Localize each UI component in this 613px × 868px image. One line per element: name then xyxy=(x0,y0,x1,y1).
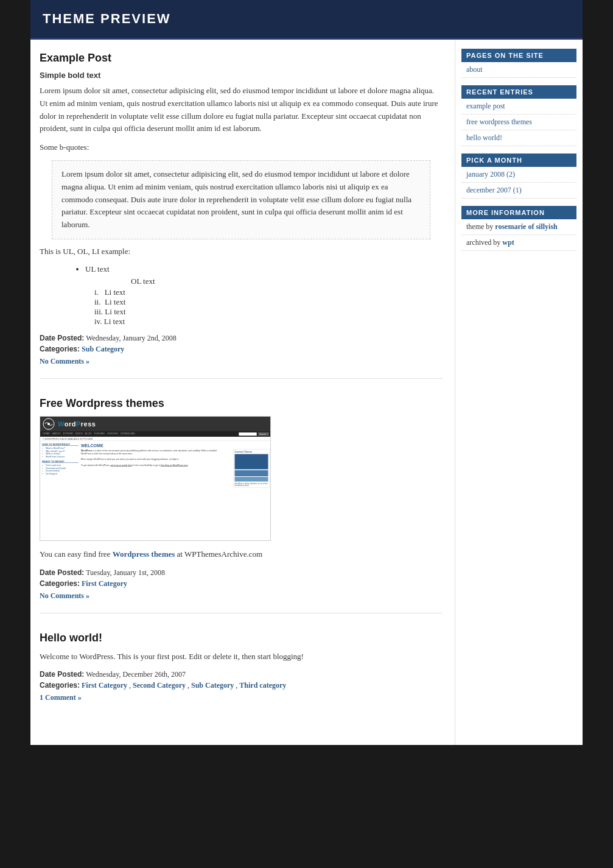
post-categories-1: Categories: Sub Category xyxy=(40,345,443,354)
main-content: Example Post Simple bold text Lorem ipsu… xyxy=(30,40,455,745)
sidebar-link-wpt[interactable]: wpt xyxy=(502,238,514,247)
list-item: iii. Li text xyxy=(94,307,443,317)
sidebar-item-archived-by: archived by wpt xyxy=(461,235,576,251)
post-title-3: Hello world! xyxy=(40,632,443,644)
sidebar-recent-title: RECENT ENTRIES xyxy=(461,85,576,99)
sidebar-link-about[interactable]: about xyxy=(466,65,483,74)
list-item: i. Li text xyxy=(94,288,443,297)
sidebar-link-recent-0[interactable]: example post xyxy=(466,102,505,110)
wp-logo-text: WordPress xyxy=(58,420,96,428)
ul-list: UL text xyxy=(85,264,443,274)
ol-list: OL text xyxy=(131,277,443,286)
post-hello-world: Hello world! Welcome to WordPress. This … xyxy=(40,632,443,715)
wp-nav: HOMEABOUTEXTENDDOCSBLOGFORUMSHOSTINGDOWN… xyxy=(40,431,271,437)
post-body-para2: You can easy find free Wordpress themes … xyxy=(40,548,443,561)
sidebar-link-month-1[interactable]: december 2007 (1) xyxy=(466,186,522,194)
sidebar-link-recent-2[interactable]: hello world! xyxy=(466,133,502,142)
categories-value-3: First Category , Second Category , Sub C… xyxy=(82,681,286,690)
li-list: i. Li text ii. Li text iii. Li text iv. … xyxy=(94,288,443,326)
wp-search-input[interactable] xyxy=(239,432,257,436)
sidebar-link-month-0[interactable]: january 2008 (2) xyxy=(466,170,515,178)
post-categories-2: Categories: First Category xyxy=(40,579,443,588)
post-body-para3: Welcome to WordPress. This is your first… xyxy=(40,651,443,663)
sidebar-more-info-list: theme by rosemarie of sillyish archived … xyxy=(461,219,576,251)
sidebar-link-rosemarie[interactable]: rosemarie of sillyish xyxy=(495,222,557,231)
sidebar-item-recent-2: hello world! xyxy=(461,130,576,146)
sidebar-item-recent-0: example post xyxy=(461,99,576,115)
wordpress-themes-link[interactable]: Wordpress themes xyxy=(113,549,175,559)
list-item: ii. Li text xyxy=(94,297,443,307)
post-title-2: Free Wordpress themes xyxy=(40,397,443,410)
category-link-3d[interactable]: Third category xyxy=(239,681,286,690)
no-comments-2[interactable]: No Comments » xyxy=(40,591,443,601)
wp-available-notice: © WORDPRESS IS ALSO AVAILABLE IN РУССКИЙ… xyxy=(40,437,271,441)
post-body-para1: Lorem ipsum dolor sit amet, consectetur … xyxy=(40,85,443,135)
sidebar-pages-title: PAGES ON THE SITE xyxy=(461,49,576,62)
sidebar-item-month-1: december 2007 (1) xyxy=(461,183,576,199)
post-title-1: Example Post xyxy=(40,52,443,65)
blockquote: Lorem ipsum dolor sit amet, consectetur … xyxy=(52,160,430,239)
sidebar-pages-list: about xyxy=(461,62,576,78)
sidebar-recent-list: example post free wordpress themes hello… xyxy=(461,99,576,146)
list-item: iv. Li text xyxy=(94,317,443,326)
sidebar-link-recent-1[interactable]: free wordpress themes xyxy=(466,118,532,126)
sidebar-item-recent-1: free wordpress themes xyxy=(461,115,576,130)
sidebar-item-theme-by: theme by rosemarie of sillyish xyxy=(461,219,576,235)
ul-item: UL text xyxy=(85,264,443,274)
wp-search-button[interactable]: Search » xyxy=(258,432,269,436)
site-title: THEME PREVIEW xyxy=(43,11,570,27)
category-link-2[interactable]: First Category xyxy=(82,579,127,588)
wordpress-screenshot: WordPress HOMEABOUTEXTENDDOCSBLOGFORUMSH… xyxy=(40,416,271,541)
no-comments-3[interactable]: 1 Comment » xyxy=(40,693,443,702)
sidebar-more-info-title: MORE INFORMATION xyxy=(461,206,576,219)
post-categories-3: Categories: First Category , Second Cate… xyxy=(40,681,443,690)
category-link-3b[interactable]: Second Category xyxy=(133,681,186,690)
wp-sidebar-left: HOW TO WORDPRESS? What is WordPress? Why… xyxy=(42,443,79,488)
category-link-1[interactable]: Sub Category xyxy=(82,345,124,353)
wp-main-body: WELCOME WordPress is a state-of-the-art … xyxy=(81,443,270,488)
list-label: This is UL, OL, LI example: xyxy=(40,245,443,258)
post-date-3: Date Posted: Wednesday, December 26th, 2… xyxy=(40,670,443,679)
sidebar-month-list: january 2008 (2) december 2007 (1) xyxy=(461,167,576,199)
sidebar: PAGES ON THE SITE about RECENT ENTRIES e… xyxy=(455,40,583,745)
post-date-2: Date Posted: Tuesday, January 1st, 2008 xyxy=(40,568,443,577)
post-subtitle-1: Simple bold text xyxy=(40,71,443,80)
post-wordpress-themes: Free Wordpress themes WordPress xyxy=(40,397,443,613)
post-date-1: Date Posted: Wednesday, January 2nd, 200… xyxy=(40,334,443,343)
sidebar-month-title: PICK A MONTH xyxy=(461,153,576,167)
post-example: Example Post Simple bold text Lorem ipsu… xyxy=(40,52,443,379)
category-link-3c[interactable]: Sub Category xyxy=(191,681,234,690)
bquote-label: Some b-quotes: xyxy=(40,141,443,154)
sidebar-item-month-0: january 2008 (2) xyxy=(461,167,576,183)
category-link-3a[interactable]: First Category xyxy=(82,681,127,690)
sidebar-item-about: about xyxy=(461,62,576,78)
site-header: THEME PREVIEW xyxy=(30,0,583,40)
no-comments-1[interactable]: No Comments » xyxy=(40,357,443,366)
ol-item: OL text xyxy=(131,277,443,286)
